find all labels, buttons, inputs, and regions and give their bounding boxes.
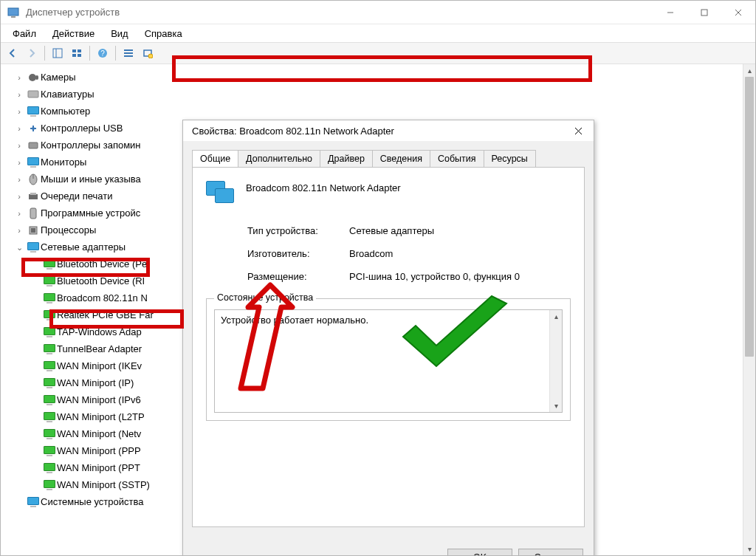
label-device-type: Тип устройства: xyxy=(247,225,349,236)
svg-rect-16 xyxy=(124,55,133,57)
value-device-type: Сетевые адаптеры xyxy=(349,225,571,236)
menu-action[interactable]: Действие xyxy=(45,27,102,41)
device-status-group: Состояние устройства Устройство работает… xyxy=(206,298,571,421)
svg-rect-1 xyxy=(11,16,16,18)
svg-point-22 xyxy=(32,127,35,130)
menu-file[interactable]: Файл xyxy=(5,27,44,41)
tree-label: Процессоры xyxy=(41,222,96,238)
svg-rect-20 xyxy=(35,75,38,80)
dialog-title: Свойства: Broadcom 802.11n Network Adapt… xyxy=(192,126,563,137)
device-name: Broadcom 802.11n Network Adapter xyxy=(246,181,401,193)
status-text: Устройство работает нормально. xyxy=(221,315,368,326)
tree-label: Контроллеры USB xyxy=(41,120,123,137)
maximize-button[interactable] xyxy=(687,1,721,24)
list-button[interactable] xyxy=(120,44,137,62)
status-textbox[interactable]: Устройство работает нормально. ▴ ▾ xyxy=(214,309,563,413)
scan-button[interactable] xyxy=(139,44,157,62)
dialog-buttons: OK Отмена xyxy=(447,549,583,555)
device-manager-window: Диспетчер устройств Файл Действие Вид Сп… xyxy=(0,0,756,556)
status-legend: Состояние устройства xyxy=(214,292,316,303)
scroll-thumb[interactable] xyxy=(745,77,754,357)
tree-label: Компьютер xyxy=(41,103,90,120)
show-hide-tree-button[interactable] xyxy=(49,44,66,62)
toolbar-separator xyxy=(44,46,45,61)
collapse-icon[interactable]: ⌄ xyxy=(13,239,26,255)
tree-label: Контроллеры запомин xyxy=(41,137,141,154)
value-manufacturer: Broadcom xyxy=(349,248,571,259)
dialog-titlebar: Свойства: Broadcom 802.11n Network Adapt… xyxy=(183,120,594,141)
scroll-up-icon[interactable]: ▴ xyxy=(550,310,562,323)
tree-item[interactable]: ›Компьютер xyxy=(4,103,743,120)
svg-rect-28 xyxy=(30,208,36,219)
svg-text:?: ? xyxy=(100,49,105,58)
tab-content: Broadcom 802.11n Network Adapter Тип уст… xyxy=(192,167,585,527)
scroll-down-button[interactable]: ▾ xyxy=(743,543,755,555)
group-button[interactable] xyxy=(68,44,86,62)
toolbar-separator xyxy=(89,46,90,61)
svg-rect-8 xyxy=(72,49,76,52)
tree-item[interactable]: ›Камеры xyxy=(4,69,743,86)
label-manufacturer: Изготовитель: xyxy=(247,248,349,259)
cancel-button[interactable]: Отмена xyxy=(518,549,583,555)
svg-rect-26 xyxy=(29,194,38,199)
tab-details[interactable]: Сведения xyxy=(372,150,430,167)
tree-label: Мониторы xyxy=(41,154,86,171)
svg-rect-6 xyxy=(53,49,62,58)
svg-rect-21 xyxy=(28,91,38,97)
tree-item[interactable]: ›Клавиатуры xyxy=(4,86,743,103)
back-button[interactable] xyxy=(4,44,21,62)
svg-rect-3 xyxy=(701,10,707,16)
tree-label: Мыши и иные указыва xyxy=(41,171,141,188)
scroll-up-button[interactable]: ▴ xyxy=(743,64,755,77)
device-info: Тип устройства: Сетевые адаптеры Изготов… xyxy=(247,225,571,282)
forward-button[interactable] xyxy=(23,44,41,62)
tree-label: Очереди печати xyxy=(41,188,113,205)
tab-resources[interactable]: Ресурсы xyxy=(484,150,536,167)
tab-driver[interactable]: Драйвер xyxy=(320,150,373,167)
dialog-close-button[interactable] xyxy=(563,120,594,141)
svg-point-18 xyxy=(148,54,153,58)
svg-point-19 xyxy=(29,74,36,81)
tab-general[interactable]: Общие xyxy=(192,150,238,167)
svg-rect-11 xyxy=(78,54,81,57)
svg-rect-0 xyxy=(8,8,18,16)
svg-rect-23 xyxy=(29,143,38,148)
client-area: ›Камеры ›Клавиатуры ›Компьютер ›Контролл… xyxy=(1,64,755,555)
value-location: PCI-шина 10, устройство 0, функция 0 xyxy=(349,271,571,282)
tree-label: Программные устройс xyxy=(41,205,140,222)
svg-rect-27 xyxy=(30,193,36,195)
properties-dialog: Свойства: Broadcom 802.11n Network Adapt… xyxy=(182,120,594,555)
status-scrollbar[interactable]: ▴ ▾ xyxy=(549,310,562,412)
help-button[interactable]: ? xyxy=(94,44,111,62)
menu-view[interactable]: Вид xyxy=(103,27,136,41)
vertical-scrollbar[interactable]: ▴ ▾ xyxy=(743,64,755,555)
ok-button[interactable]: OK xyxy=(447,549,512,555)
svg-rect-9 xyxy=(78,49,81,52)
svg-rect-10 xyxy=(72,54,76,57)
titlebar: Диспетчер устройств xyxy=(1,1,755,24)
svg-rect-30 xyxy=(31,228,35,233)
tab-bar: Общие Дополнительно Драйвер Сведения Соб… xyxy=(183,141,594,167)
tab-events[interactable]: События xyxy=(430,150,484,167)
device-header: Broadcom 802.11n Network Adapter xyxy=(206,181,571,207)
label-location: Размещение: xyxy=(247,271,349,282)
window-title: Диспетчер устройств xyxy=(26,7,653,18)
minimize-button[interactable] xyxy=(653,1,687,24)
app-icon xyxy=(7,6,20,19)
scroll-track[interactable] xyxy=(743,77,755,543)
svg-rect-15 xyxy=(124,52,133,54)
tree-label: Клавиатуры xyxy=(41,86,94,103)
menu-help[interactable]: Справка xyxy=(137,27,190,41)
tree-label: Сетевые адаптеры xyxy=(41,239,126,255)
svg-rect-14 xyxy=(124,49,133,51)
device-icon xyxy=(206,181,236,207)
tab-advanced[interactable]: Дополнительно xyxy=(238,150,320,167)
tree-label: Камеры xyxy=(41,69,76,86)
close-button[interactable] xyxy=(721,1,755,24)
menu-bar: Файл Действие Вид Справка xyxy=(1,24,755,42)
network-icon xyxy=(26,241,41,254)
toolbar-separator xyxy=(115,46,116,61)
scroll-down-icon[interactable]: ▾ xyxy=(550,399,562,412)
toolbar: ? xyxy=(1,42,755,64)
